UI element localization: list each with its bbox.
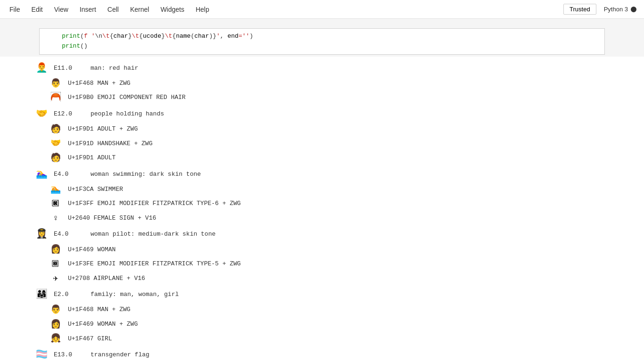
sub-code: U+1F91D HANDSHAKE + ZWG: [68, 139, 152, 149]
menu-file[interactable]: File: [4, 0, 26, 19]
code-cell-top: print(f '\n\t{char}\t{ucode}\t{name(char…: [39, 28, 605, 55]
sub-code: U+1F467 GIRL: [68, 334, 112, 344]
sub-code: U+1F468 MAN + ZWG: [68, 304, 131, 315]
emoji-icon: 👨‍🦰: [33, 60, 50, 76]
sub-code: U+2708 AIRPLANE + V16: [68, 273, 145, 284]
emoji-version: E4.0: [54, 169, 87, 180]
menu-help[interactable]: Help: [190, 0, 215, 19]
emoji-version: E4.0: [54, 229, 87, 239]
emoji-icon: 🏳️‍⚧️: [33, 347, 50, 362]
emoji-version: E11.0: [54, 63, 87, 74]
menu-view[interactable]: View: [49, 0, 74, 19]
output-row: ✈U+2708 AIRPLANE + V16: [33, 272, 636, 286]
output-row: 🏿 U+1F3FF EMOJI MODIFIER FITZPATRICK TYP…: [33, 197, 636, 211]
sub-emoji-icon: 🧑: [47, 151, 64, 165]
output-row: 🏊‍♀️E4.0woman swimming: dark skin tone: [33, 166, 636, 182]
kernel-info: Python 3: [600, 6, 640, 13]
emoji-description: man: red hair: [91, 63, 138, 74]
menu-cell[interactable]: Cell: [102, 0, 124, 19]
output-row: 🏾 U+1F3FE EMOJI MODIFIER FITZPATRICK TYP…: [33, 257, 636, 272]
sub-emoji-icon: 👧: [47, 331, 64, 346]
output-row: 🤝U+1F91D HANDSHAKE + ZWG: [33, 136, 636, 151]
menu-kernel[interactable]: Kernel: [124, 0, 155, 19]
sub-emoji-icon: 🦰: [47, 90, 64, 105]
sub-emoji-icon: 🤝: [47, 136, 64, 151]
output-row: 🤝E12.0people holding hands: [33, 106, 636, 122]
emoji-description: woman pilot: medium-dark skin tone: [91, 229, 215, 239]
kernel-status-icon: [631, 7, 636, 12]
emoji-icon: 🏊‍♀️: [33, 166, 50, 182]
output-row: 👨‍🦰E11.0man: red hair: [33, 60, 636, 76]
code-content: print(f '\n\t{char}\t{ucode}\t{name(char…: [47, 32, 604, 51]
sub-code: U+1F3FE EMOJI MODIFIER FITZPATRICK TYPE-…: [68, 259, 241, 269]
output-row: 👩U+1F469 WOMAN: [33, 242, 636, 257]
output-row: 🦰U+1F9B0 EMOJI COMPONENT RED HAIR: [33, 90, 636, 105]
emoji-icon: 🤝: [33, 106, 50, 122]
output-area: 👨‍🦰E11.0man: red hair👨U+1F468 MAN + ZWG🦰…: [0, 57, 644, 362]
emoji-icon: 👨‍👩‍👧: [33, 287, 50, 303]
menu-widgets[interactable]: Widgets: [155, 0, 190, 19]
emoji-icon: 👩‍✈️: [33, 226, 50, 242]
sub-code: U+1F9D1 ADULT + ZWG: [68, 124, 138, 134]
sub-code: U+1F3FF EMOJI MODIFIER FITZPATRICK TYPE-…: [68, 198, 241, 209]
sub-emoji-icon: 🏾: [47, 257, 64, 272]
menu-edit[interactable]: Edit: [26, 0, 49, 19]
sub-code: U+1F468 MAN + ZWG: [68, 78, 131, 89]
emoji-description: family: man, woman, girl: [91, 289, 179, 300]
output-row: 🏳️‍⚧️E13.0transgender flag: [33, 347, 636, 362]
output-row: 🏊U+1F3CA SWIMMER: [33, 182, 636, 197]
emoji-description: woman swimming: dark skin tone: [91, 169, 201, 180]
menu-insert[interactable]: Insert: [74, 0, 102, 19]
emoji-description: transgender flag: [91, 350, 149, 360]
sub-code: U+2640 FEMALE SIGN + V16: [68, 213, 156, 223]
sub-emoji-icon: 👨: [47, 303, 64, 317]
sub-emoji-icon: 🧑: [47, 122, 64, 137]
sub-emoji-icon: ✈: [47, 272, 64, 286]
emoji-description: people holding hands: [91, 109, 164, 119]
output-row: 🧑U+1F9D1 ADULT + ZWG: [33, 122, 636, 137]
emoji-version: E2.0: [54, 289, 87, 300]
emoji-version: E12.0: [54, 109, 87, 119]
menubar-items: File Edit View Insert Cell Kernel Widget…: [4, 0, 563, 19]
menubar: File Edit View Insert Cell Kernel Widget…: [0, 0, 644, 19]
output-row: 👨U+1F468 MAN + ZWG: [33, 303, 636, 317]
kernel-label: Python 3: [604, 6, 628, 13]
sub-code: U+1F3CA SWIMMER: [68, 184, 123, 195]
output-row: 👨‍👩‍👧E2.0family: man, woman, girl: [33, 287, 636, 303]
output-row: 👩U+1F469 WOMAN + ZWG: [33, 317, 636, 332]
notebook: print(f '\n\t{char}\t{ucode}\t{name(char…: [0, 19, 644, 362]
sub-emoji-icon: 👩: [47, 242, 64, 257]
sub-code: U+1F469 WOMAN + ZWG: [68, 319, 138, 329]
output-row: 👨U+1F468 MAN + ZWG: [33, 76, 636, 91]
output-row: 👧U+1F467 GIRL: [33, 331, 636, 346]
output-row: 🧑U+1F9D1 ADULT: [33, 151, 636, 165]
sub-code: U+1F9D1 ADULT: [68, 153, 116, 163]
sub-emoji-icon: 👨: [47, 76, 64, 91]
sub-code: U+1F469 WOMAN: [68, 245, 116, 255]
sub-code: U+1F9B0 EMOJI COMPONENT RED HAIR: [68, 92, 186, 103]
menubar-right: Trusted Python 3: [563, 4, 640, 15]
emoji-version: E13.0: [54, 350, 87, 360]
sub-emoji-icon: 👩: [47, 317, 64, 332]
sub-emoji-icon: 🏊: [47, 182, 64, 197]
sub-emoji-icon: 🏿: [47, 197, 64, 211]
output-row: ♀U+2640 FEMALE SIGN + V16: [33, 211, 636, 226]
trusted-button[interactable]: Trusted: [563, 4, 596, 15]
sub-emoji-icon: ♀: [47, 211, 64, 226]
output-row: 👩‍✈️E4.0woman pilot: medium-dark skin to…: [33, 226, 636, 242]
